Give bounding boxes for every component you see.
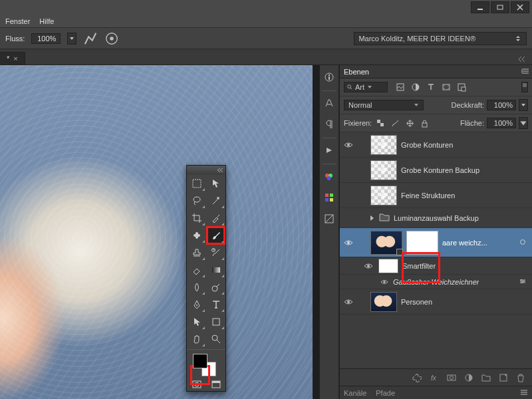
- layers-tab[interactable]: Ebenen: [344, 68, 369, 76]
- delete-layer-icon[interactable]: [515, 372, 527, 384]
- swatches-panel-icon[interactable]: [324, 192, 334, 204]
- layer-mask-icon[interactable]: [446, 372, 458, 384]
- lock-pixels-icon[interactable]: [389, 117, 401, 129]
- actions-panel-icon[interactable]: [324, 145, 334, 157]
- tool-blur[interactable]: [187, 279, 206, 296]
- tool-move[interactable]: [206, 175, 225, 192]
- tool-wand[interactable]: [206, 192, 225, 209]
- lock-all-icon[interactable]: [418, 117, 430, 129]
- color-panel-icon[interactable]: [324, 171, 334, 183]
- fill-value[interactable]: 100%: [487, 118, 516, 128]
- menu-hilfe[interactable]: Hilfe: [39, 17, 54, 25]
- layer-name[interactable]: Grobe Konturen Backup: [401, 166, 479, 174]
- visibility-toggle-icon[interactable]: [342, 237, 354, 249]
- opacity-value[interactable]: 100%: [487, 100, 516, 110]
- document-tab[interactable]: * ×: [0, 52, 25, 65]
- visibility-toggle-icon[interactable]: [342, 190, 354, 201]
- layer-row[interactable]: Feine Strukturen: [340, 183, 532, 208]
- layer-name[interactable]: Luminanzauswahl Backup: [394, 214, 479, 222]
- tablet-pressure-icon[interactable]: [104, 31, 119, 46]
- foreground-color-swatch[interactable]: [193, 354, 207, 368]
- layer-name[interactable]: Personen: [401, 298, 432, 306]
- tool-zoom[interactable]: [206, 331, 225, 348]
- canvas-area[interactable]: [0, 65, 319, 399]
- tool-path-select[interactable]: [187, 313, 206, 331]
- layer-thumbnail[interactable]: [370, 292, 397, 312]
- filter-smart-icon[interactable]: [456, 81, 467, 93]
- airbrush-toggle-icon[interactable]: [83, 31, 98, 46]
- tool-stamp[interactable]: [187, 244, 206, 261]
- smart-filter-item[interactable]: Gaußscher Weichzeichner: [340, 275, 532, 289]
- menu-fenster[interactable]: Fenster: [5, 17, 30, 25]
- tool-dodge[interactable]: [206, 279, 225, 296]
- workspace-stepper-icon[interactable]: [515, 35, 522, 42]
- fill-dropdown[interactable]: [519, 117, 528, 129]
- workspace-switcher[interactable]: Marco Kolditz, MEER DER IDEEN®: [354, 32, 527, 45]
- tool-marquee[interactable]: [187, 175, 206, 192]
- filter-adjust-icon[interactable]: [410, 81, 422, 93]
- window-restore-button[interactable]: [491, 1, 509, 13]
- disclosure-triangle-icon[interactable]: [370, 215, 374, 221]
- smart-filter-mask-thumbnail[interactable]: [378, 259, 398, 273]
- filter-visibility-icon[interactable]: [519, 239, 527, 247]
- quickmask-toggle[interactable]: [187, 378, 206, 391]
- filter-blending-options-icon[interactable]: [519, 277, 527, 287]
- tool-eyedropper[interactable]: [206, 209, 225, 227]
- layer-name[interactable]: Feine Strukturen: [401, 192, 455, 200]
- opacity-dropdown[interactable]: [519, 99, 528, 111]
- tool-eraser[interactable]: [187, 261, 206, 279]
- window-minimize-button[interactable]: [471, 1, 489, 13]
- smart-filter-heading[interactable]: Smartfilter: [340, 257, 532, 275]
- document-tab-close-icon[interactable]: ×: [13, 55, 17, 63]
- filter-mask-thumbnail[interactable]: [406, 231, 438, 255]
- styles-panel-icon[interactable]: [324, 213, 334, 225]
- panel-flyout-icon[interactable]: [520, 388, 528, 398]
- toolbox-palette[interactable]: [186, 165, 226, 392]
- collapse-icon[interactable]: [217, 167, 223, 174]
- visibility-toggle-icon[interactable]: [342, 139, 354, 151]
- lock-transparent-icon[interactable]: [374, 117, 386, 129]
- visibility-toggle-icon[interactable]: [342, 164, 354, 176]
- tool-brush[interactable]: [206, 227, 225, 244]
- filter-toggle-switch[interactable]: [521, 82, 528, 92]
- tool-healing[interactable]: [187, 227, 206, 244]
- layer-name[interactable]: aare weichz...: [442, 239, 487, 247]
- layer-row[interactable]: Grobe Konturen Backup: [340, 158, 532, 183]
- visibility-toggle-icon[interactable]: [380, 276, 389, 288]
- layer-style-icon[interactable]: fx: [428, 372, 440, 384]
- visibility-toggle-icon[interactable]: [362, 260, 374, 272]
- paragraph-panel-icon[interactable]: [324, 119, 334, 131]
- layer-filter-kind[interactable]: Art: [344, 82, 388, 92]
- layer-row[interactable]: Personen: [340, 289, 532, 315]
- panel-flyout-icon[interactable]: [521, 67, 529, 76]
- channels-tab[interactable]: Kanäle: [344, 389, 366, 397]
- character-panel-icon[interactable]: [324, 98, 334, 110]
- tool-pen[interactable]: [187, 296, 206, 313]
- layer-thumbnail[interactable]: [370, 231, 402, 255]
- window-close-button[interactable]: [511, 1, 529, 13]
- adjustment-layer-icon[interactable]: [463, 372, 475, 384]
- toolbox-header[interactable]: [187, 166, 225, 175]
- new-layer-icon[interactable]: [497, 372, 509, 384]
- screenmode-toggle[interactable]: [206, 378, 225, 391]
- color-swatches[interactable]: [187, 351, 225, 378]
- layer-row[interactable]: Grobe Konturen: [340, 132, 532, 158]
- filter-name[interactable]: Gaußscher Weichzeichner: [393, 278, 479, 286]
- layer-row[interactable]: aare weichz...: [340, 228, 532, 257]
- flow-value[interactable]: 100%: [31, 33, 61, 44]
- visibility-toggle-icon[interactable]: [342, 296, 354, 308]
- layer-thumbnail[interactable]: [370, 186, 397, 205]
- document-canvas[interactable]: [0, 65, 313, 399]
- visibility-toggle-icon[interactable]: [342, 212, 354, 224]
- group-icon[interactable]: [480, 372, 492, 384]
- layers-list[interactable]: Grobe Konturen Grobe Konturen Backup Fei…: [340, 132, 532, 368]
- lock-position-icon[interactable]: [404, 117, 416, 129]
- link-layers-icon[interactable]: [411, 372, 423, 384]
- tool-gradient[interactable]: [206, 261, 225, 279]
- info-panel-icon[interactable]: [324, 72, 334, 84]
- layer-thumbnail[interactable]: [370, 135, 397, 155]
- blend-mode-select[interactable]: Normal: [344, 100, 424, 110]
- tool-history-brush[interactable]: [206, 244, 225, 261]
- layer-name[interactable]: Grobe Konturen: [401, 141, 453, 149]
- tool-shape[interactable]: [206, 313, 225, 331]
